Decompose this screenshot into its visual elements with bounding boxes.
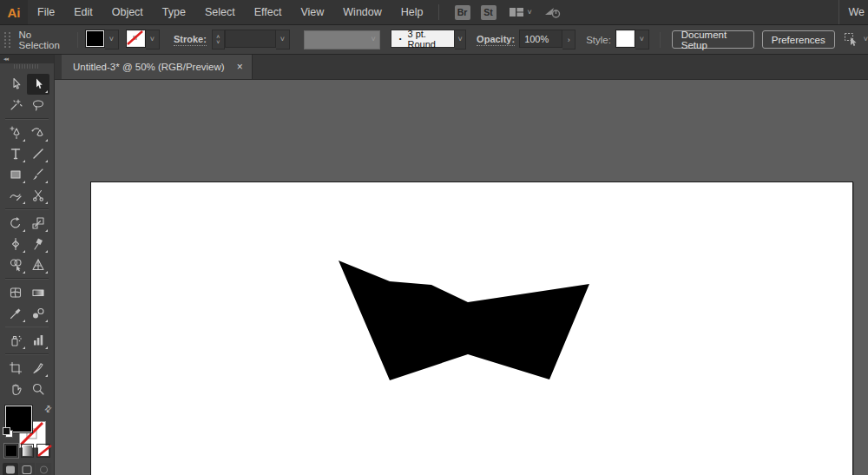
opacity-input[interactable]: 100%	[519, 30, 562, 48]
menubar-separator	[438, 4, 439, 20]
tool-scissors[interactable]	[27, 185, 49, 206]
stroke-weight-stepper[interactable]: ˄ ˅	[212, 30, 225, 49]
workspace-name-label[interactable]: We	[838, 0, 868, 24]
menu-file[interactable]: File	[28, 0, 64, 24]
opacity-control: 100% ›	[519, 30, 575, 49]
select-similar-objects-icon	[844, 32, 860, 47]
sync-settings[interactable]	[544, 6, 562, 19]
tool-column-graph[interactable]	[27, 330, 49, 351]
stroke-color-swatch[interactable]	[126, 30, 146, 48]
selection-status-label: No Selection	[19, 30, 68, 50]
sync-status-icon	[544, 6, 562, 19]
select-similar-control[interactable]: ˅	[844, 32, 868, 47]
tool-zoom[interactable]	[27, 379, 49, 399]
draw-inside-button[interactable]	[36, 463, 51, 475]
tool-direct-selection[interactable]	[27, 74, 49, 95]
menu-object[interactable]: Object	[102, 0, 153, 24]
tool-group-separator	[5, 327, 49, 328]
tool-type[interactable]	[4, 143, 27, 164]
opacity-expander-button[interactable]: ›	[562, 30, 575, 49]
draw-behind-icon	[22, 465, 33, 475]
tool-slice[interactable]	[27, 358, 49, 379]
brush-definition-dropdown[interactable]: ˅	[455, 30, 466, 49]
draw-normal-button[interactable]	[3, 463, 18, 475]
control-bar-grip[interactable]	[4, 32, 10, 48]
width-profile-dropdown: ˅	[304, 30, 380, 49]
opacity-label[interactable]: Opacity:	[477, 34, 515, 46]
tool-paintbrush[interactable]	[27, 164, 49, 185]
preferences-button[interactable]: Preferences	[762, 30, 835, 49]
fill-color-dropdown[interactable]: ˅	[105, 30, 119, 49]
tool-rotate[interactable]	[4, 213, 27, 234]
tool-gradient[interactable]	[27, 282, 49, 303]
stroke-weight-dropdown[interactable]: ˅	[276, 30, 290, 49]
menu-effect[interactable]: Effect	[245, 0, 292, 24]
tool-shape-builder[interactable]	[4, 254, 27, 275]
draw-behind-button[interactable]	[19, 463, 35, 475]
tool-shaper[interactable]	[4, 185, 27, 206]
tool-symbol-sprayer[interactable]	[4, 330, 27, 351]
menu-bar: Ai File Edit Object Type Select Effect V…	[0, 0, 868, 25]
tool-width[interactable]	[4, 234, 27, 254]
menu-select[interactable]: Select	[195, 0, 245, 24]
artboard-tool-icon	[9, 361, 23, 375]
menu-help[interactable]: Help	[391, 0, 433, 24]
slice-tool-icon	[31, 361, 45, 375]
tool-pen[interactable]	[4, 122, 27, 143]
gradient-mode-button[interactable]	[21, 444, 35, 458]
shape-builder-tool-icon	[9, 258, 23, 272]
tool-group-separator	[5, 118, 49, 120]
brush-preset-label: 3 pt. Round	[407, 29, 445, 49]
tool-artboard[interactable]	[4, 358, 27, 379]
document-setup-button[interactable]: Document Setup	[672, 30, 754, 49]
tool-rectangle[interactable]	[4, 164, 27, 185]
document-tab[interactable]: Untitled-3* @ 50% (RGB/Preview) ×	[62, 55, 253, 79]
adobe-stock-button[interactable]: St	[481, 5, 496, 20]
tool-curvature[interactable]	[27, 122, 49, 143]
color-mode-button[interactable]	[4, 444, 18, 458]
stroke-weight-label[interactable]: Stroke:	[174, 34, 207, 46]
graphic-style-dropdown[interactable]: ˅	[635, 30, 649, 49]
stroke-weight-control: ˄ ˅ ˅	[212, 30, 290, 49]
workspace-switcher[interactable]: ˅	[509, 7, 532, 17]
tools-panel-grip[interactable]	[0, 63, 54, 69]
document-tab-title: Untitled-3* @ 50% (RGB/Preview)	[73, 62, 225, 72]
tool-magic-wand[interactable]	[4, 95, 27, 115]
graphic-style-swatch[interactable]	[615, 30, 635, 48]
none-mode-button[interactable]	[36, 444, 50, 458]
symbol-sprayer-tool-icon	[9, 333, 23, 347]
go-to-bridge-button[interactable]: Br	[455, 5, 470, 20]
stroke-weight-input[interactable]	[225, 30, 276, 48]
default-fill-stroke-icon[interactable]	[3, 427, 13, 438]
tool-perspective-grid[interactable]	[27, 254, 49, 275]
tool-puppet-warp[interactable]	[27, 234, 49, 254]
tool-selection[interactable]	[4, 74, 27, 95]
menu-view[interactable]: View	[291, 0, 333, 24]
tool-hand[interactable]	[4, 379, 27, 399]
menu-window[interactable]: Window	[333, 0, 391, 24]
drawing-modes-row	[0, 458, 54, 475]
rectangle-tool-icon	[9, 168, 23, 181]
canvas[interactable]	[55, 80, 868, 475]
draw-inside-icon	[38, 465, 49, 475]
tools-panel-header[interactable]: ◂◂	[0, 55, 54, 63]
brush-definition-value[interactable]: • 3 pt. Round	[391, 30, 455, 48]
scissors-tool-icon	[31, 188, 45, 202]
tool-mesh[interactable]	[4, 282, 27, 303]
swap-fill-stroke-icon[interactable]: ⇄	[42, 403, 54, 415]
selection-tool-icon	[9, 77, 23, 91]
tool-lasso[interactable]	[27, 95, 49, 115]
tool-scale[interactable]	[27, 213, 49, 234]
tool-eyedropper[interactable]	[4, 303, 27, 324]
menu-edit[interactable]: Edit	[64, 0, 102, 24]
chevron-down-icon: ˅	[280, 36, 285, 43]
tool-blend[interactable]	[27, 303, 49, 324]
scale-tool-icon	[31, 216, 45, 230]
tool-line-segment[interactable]	[27, 143, 49, 164]
line-segment-tool-icon	[31, 147, 45, 161]
stepper-down-icon: ˅	[216, 40, 220, 45]
close-tab-icon[interactable]: ×	[237, 62, 243, 72]
stroke-color-dropdown[interactable]: ˅	[146, 30, 160, 49]
fill-color-swatch[interactable]	[85, 30, 105, 48]
menu-type[interactable]: Type	[153, 0, 195, 24]
